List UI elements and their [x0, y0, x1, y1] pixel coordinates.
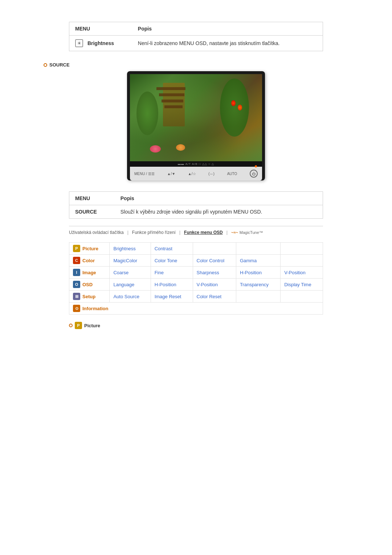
gamma-link[interactable]: Gamma: [240, 258, 257, 263]
colortone-link-cell[interactable]: Color Tone: [151, 255, 193, 267]
setup-cat-icon: ⊞: [73, 293, 80, 300]
source-col2-header: Popis: [115, 192, 323, 205]
table-row: ⊙ Information: [69, 303, 323, 315]
magictune-icon: ~≈~: [231, 230, 238, 235]
brightness-link-cell[interactable]: Brightness: [110, 243, 151, 255]
vposition-osd-link[interactable]: V-Position: [197, 282, 218, 287]
image-cat-icon: I: [73, 269, 80, 276]
brightness-info-table: MENU Popis ☀ Brightness Není-li zobrazen…: [69, 22, 323, 51]
nav-item-menu-osd[interactable]: Funkce menu OSD: [184, 230, 223, 235]
fine-link[interactable]: Fine: [155, 270, 164, 275]
osd-cat-icon: O: [73, 281, 80, 288]
monitor-frame: ▬▬ A/T A/B □ △△ ○ △ MENU / ☰☰ ▲/▼ ▲/☆ (↔…: [127, 71, 265, 181]
category-osd[interactable]: O OSD: [69, 279, 110, 291]
colorcontrol-link-cell[interactable]: Color Control: [193, 255, 236, 267]
autosource-link[interactable]: Auto Source: [113, 294, 139, 299]
brightness-label: Brightness: [87, 40, 114, 46]
empty-cell-p2: [236, 243, 280, 255]
info-cat-icon: ⊙: [73, 305, 80, 312]
power-button[interactable]: ⏻: [250, 170, 258, 178]
empty-cell-s1: [236, 291, 280, 303]
magiccolor-link[interactable]: MagicColor: [113, 258, 137, 263]
brightness-link[interactable]: Brightness: [113, 246, 135, 251]
nav-item-magictune[interactable]: ~≈~ MagicTune™: [231, 230, 263, 235]
hposition-osd-link[interactable]: H-Position: [155, 282, 176, 287]
hposition-image-link[interactable]: H-Position: [240, 270, 262, 275]
color-cat-icon: C: [73, 257, 80, 264]
fine-link-cell[interactable]: Fine: [151, 267, 193, 279]
empty-cell-p3: [281, 243, 323, 255]
transparency-link[interactable]: Transparency: [240, 282, 269, 287]
picture-label: Picture: [82, 246, 98, 251]
monitor-screen: [130, 74, 262, 161]
colorreset-link-cell[interactable]: Color Reset: [193, 291, 236, 303]
power-dot-icon: [255, 165, 257, 167]
source-button[interactable]: (↔): [208, 172, 215, 176]
table-row: I Image Coarse Fine Sharpness H-Position…: [69, 267, 323, 279]
source-menu-cell: SOURCE: [69, 205, 115, 219]
brightness-icon: ☀: [75, 39, 83, 47]
coarse-link-cell[interactable]: Coarse: [110, 267, 151, 279]
nav-item-direct-control[interactable]: Funkce přímého řízení: [132, 230, 176, 235]
vposition-link-cell-image[interactable]: V-Position: [281, 267, 323, 279]
col1-header: MENU: [69, 22, 132, 36]
information-label: Information: [82, 306, 109, 311]
language-link[interactable]: Language: [113, 282, 134, 287]
nav-separator-1: |: [127, 230, 128, 235]
source-info-table: MENU Popis SOURCE Slouží k výběru zdroje…: [69, 191, 323, 219]
empty-cell-s2: [281, 291, 323, 303]
imagereset-link[interactable]: Image Reset: [155, 294, 181, 299]
contrast-link-cell[interactable]: Contrast: [151, 243, 193, 255]
col2-header: Popis: [132, 22, 323, 36]
language-link-cell[interactable]: Language: [110, 279, 151, 291]
picture-dot-icon: [69, 324, 73, 327]
picture-bottom-text: Picture: [84, 323, 100, 328]
magiccolor-link-cell[interactable]: MagicColor: [110, 255, 151, 267]
brightness-button[interactable]: ▲/☆: [188, 172, 196, 176]
picture-bottom-icon: P: [75, 322, 82, 329]
nav-button[interactable]: ▲/▼: [167, 172, 176, 176]
coarse-link[interactable]: Coarse: [113, 270, 128, 275]
vposition-image-link[interactable]: V-Position: [284, 270, 306, 275]
category-color[interactable]: C Color: [69, 255, 110, 267]
imagereset-link-cell[interactable]: Image Reset: [151, 291, 193, 303]
category-image[interactable]: I Image: [69, 267, 110, 279]
colorcontrol-link[interactable]: Color Control: [197, 258, 225, 263]
category-picture[interactable]: P Picture: [69, 243, 110, 255]
monitor-display: ▬▬ A/T A/B □ △△ ○ △ MENU / ☰☰ ▲/▼ ▲/☆ (↔…: [22, 71, 370, 181]
nav-item-user-controls[interactable]: Uživatelská ovládací tlačítka: [69, 230, 124, 235]
colorreset-link[interactable]: Color Reset: [197, 294, 222, 299]
navigation-bar: Uživatelská ovládací tlačítka | Funkce p…: [69, 226, 323, 235]
table-row: P Picture Brightness Contrast: [69, 243, 323, 255]
setup-label: Setup: [82, 294, 95, 299]
empty-cell-p1: [193, 243, 236, 255]
category-setup[interactable]: ⊞ Setup: [69, 291, 110, 303]
table-row: ⊞ Setup Auto Source Image Reset Color Re…: [69, 291, 323, 303]
auto-button[interactable]: AUTO: [227, 172, 237, 176]
sharpness-link-cell[interactable]: Sharpness: [193, 267, 236, 279]
brightness-description: Není-li zobrazeno MENU OSD, nastavte jas…: [132, 36, 323, 51]
displaytime-link[interactable]: Display Time: [284, 282, 311, 287]
status-items: ▬▬ A/T A/B □ △△ ○ △: [178, 162, 214, 166]
gamma-link-cell[interactable]: Gamma: [236, 255, 280, 267]
color-label: Color: [82, 258, 95, 263]
table-row: O OSD Language H-Position V-Position Tra…: [69, 279, 323, 291]
category-information[interactable]: ⊙ Information: [69, 303, 323, 315]
hposition-link-cell-image[interactable]: H-Position: [236, 267, 280, 279]
source-description: Slouží k výběru zdroje video signálu při…: [115, 205, 323, 219]
displaytime-link-cell[interactable]: Display Time: [281, 279, 323, 291]
vposition-link-cell-osd[interactable]: V-Position: [193, 279, 236, 291]
picture-bottom-section: P Picture: [69, 322, 323, 329]
colortone-link[interactable]: Color Tone: [155, 258, 177, 263]
nav-separator-2: |: [179, 230, 180, 235]
source-menu-label: SOURCE: [75, 209, 97, 215]
hposition-link-cell-osd[interactable]: H-Position: [151, 279, 193, 291]
sharpness-link[interactable]: Sharpness: [197, 270, 219, 275]
contrast-link[interactable]: Contrast: [155, 246, 172, 251]
monitor-controls: MENU / ☰☰ ▲/▼ ▲/☆ (↔) AUTO ⏻: [130, 167, 262, 181]
menu-button-label[interactable]: MENU / ☰☰: [134, 172, 155, 176]
source-section-label: SOURCE: [22, 62, 370, 68]
autosource-link-cell[interactable]: Auto Source: [110, 291, 151, 303]
picture-bottom-label: P Picture: [69, 322, 323, 329]
transparency-link-cell[interactable]: Transparency: [236, 279, 280, 291]
